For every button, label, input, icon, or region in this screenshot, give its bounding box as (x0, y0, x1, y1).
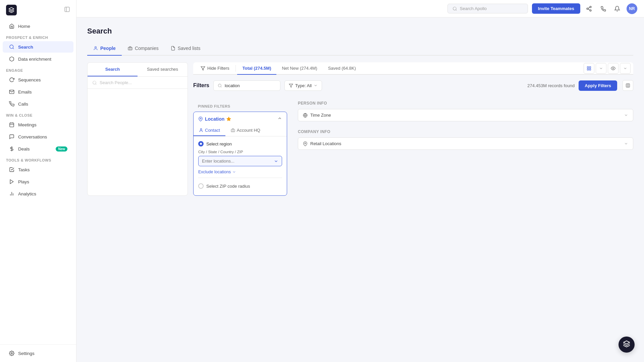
dropdown-toggle-button[interactable] (596, 63, 606, 74)
time-zone-dropdown[interactable]: Time Zone (298, 109, 633, 121)
search-people-input[interactable] (100, 80, 183, 85)
filter-sub-tab-account-hq[interactable]: Account HQ (225, 125, 266, 136)
chevron-down-icon-2 (623, 66, 627, 70)
sidebar-toggle-button[interactable] (64, 6, 70, 14)
sidebar-item-tasks[interactable]: Tasks (3, 164, 73, 175)
sidebar-item-meetings[interactable]: Meetings (3, 119, 73, 130)
sidebar-item-label: Emails (18, 89, 32, 95)
svg-line-20 (588, 7, 590, 8)
columns-toggle-button[interactable] (623, 80, 633, 91)
sidebar-item-calls[interactable]: Calls (3, 98, 73, 110)
svg-point-37 (200, 118, 201, 119)
section-label-prospect: Prospect & enrich (0, 32, 76, 41)
svg-rect-4 (10, 123, 14, 127)
sidebar-item-plays[interactable]: Plays (3, 176, 73, 187)
sidebar-logo-area (0, 0, 76, 20)
sidebar-item-emails[interactable]: Emails (3, 86, 73, 98)
tab-people[interactable]: People (87, 42, 122, 56)
city-state-label: City / State / Country / ZIP (198, 150, 282, 154)
type-chevron-icon (314, 83, 318, 87)
filter-sub-tab-contact-label: Contact (205, 128, 220, 133)
phone-icon[interactable] (598, 4, 608, 13)
people-tab-icon (93, 46, 98, 51)
tab-companies-label: Companies (135, 46, 159, 51)
panel-tab-saved-searches[interactable]: Saved searches (138, 63, 187, 76)
enter-locations-input[interactable] (202, 159, 274, 164)
svg-rect-29 (589, 69, 591, 70)
search-apollo-button[interactable]: Search Apollo (447, 4, 528, 13)
sidebar-item-sequences[interactable]: Sequences (3, 74, 73, 85)
sidebar-item-settings[interactable]: Settings (3, 348, 73, 359)
search-people-icon (92, 80, 97, 85)
invite-teammates-button[interactable]: Invite Teammates (532, 3, 580, 14)
svg-rect-27 (589, 66, 591, 68)
svg-rect-0 (65, 7, 69, 12)
zip-radius-radio[interactable] (198, 183, 204, 189)
apply-filters-button[interactable]: Apply Filters (579, 80, 617, 91)
records-count: 274.453M records found (527, 83, 575, 88)
logo-icon (6, 5, 17, 15)
main-area: Search Apollo Invite Teammates NR Search… (76, 0, 644, 362)
result-tab-saved[interactable]: Saved (64.8K) (323, 62, 361, 74)
filter-search-bar (213, 80, 280, 91)
tab-saved-lists[interactable]: Saved lists (165, 42, 207, 56)
sidebar-item-label: Deals (18, 146, 30, 152)
location-input-row (198, 156, 282, 166)
sidebar-item-conversations[interactable]: Conversations (3, 131, 73, 142)
sidebar-item-search[interactable]: Search (3, 41, 73, 53)
pinned-filters-label: Pinned Filters (193, 101, 294, 110)
collapse-icon-button[interactable] (277, 116, 282, 122)
hide-filters-button[interactable]: Hide Filters (196, 62, 234, 74)
company-info-section: Company Info Retail Locations (298, 129, 633, 153)
filter-sub-tab-contact[interactable]: Contact (194, 125, 225, 136)
result-tab-total[interactable]: Total (274.5M) (237, 62, 277, 75)
saved-lists-tab-icon (171, 46, 175, 51)
zip-radius-row: Select ZIP code radius (198, 181, 282, 191)
view-toggle-button2[interactable] (620, 63, 631, 74)
svg-line-24 (96, 83, 97, 84)
sequences-icon (9, 77, 15, 83)
sidebar-item-home[interactable]: Home (3, 20, 73, 32)
filter-card-title: Location (198, 116, 231, 122)
left-search-panel: Search Saved searches (87, 62, 188, 196)
section-label-engage: Engage (0, 65, 76, 74)
list-view-icon-button[interactable] (584, 63, 594, 74)
exclude-locations-button[interactable]: Exclude locations (198, 170, 236, 174)
section-label-win-close: Win & close (0, 110, 76, 119)
tasks-icon (9, 167, 15, 173)
data-enrichment-icon (9, 56, 15, 62)
bell-icon[interactable] (612, 4, 622, 13)
select-region-radio[interactable] (198, 141, 204, 146)
svg-rect-40 (231, 129, 235, 132)
float-apollo-button[interactable] (619, 337, 635, 353)
eye-icon (611, 66, 615, 71)
sidebar-item-deals[interactable]: Deals New (3, 143, 73, 155)
sidebar-bottom: Settings (0, 344, 76, 362)
retail-locations-dropdown[interactable]: Retail Locations (298, 137, 633, 150)
filter-search-input[interactable] (225, 83, 265, 88)
sidebar-item-data-enrichment[interactable]: Data enrichment (3, 53, 73, 65)
email-icon (9, 89, 15, 95)
filter-card-header: Location (194, 112, 287, 122)
panel-tab-search[interactable]: Search (88, 63, 138, 76)
company-info-label: Company Info (298, 129, 633, 134)
view-options-button[interactable] (608, 63, 619, 74)
svg-rect-34 (626, 84, 630, 87)
sidebar-item-label: Sequences (18, 77, 41, 82)
type-filter-dropdown[interactable]: Type: All (284, 80, 322, 91)
tab-companies[interactable]: Companies (122, 42, 165, 56)
map-pin-icon (303, 141, 308, 146)
svg-marker-9 (10, 180, 13, 184)
svg-point-21 (95, 47, 97, 48)
sidebar-item-label: Plays (18, 179, 29, 184)
plays-icon (9, 179, 15, 185)
sidebar-item-label: Search (18, 45, 33, 50)
deals-new-badge: New (56, 146, 67, 152)
sidebar-item-label: Analytics (18, 191, 36, 196)
user-avatar[interactable]: NR (627, 3, 637, 14)
result-tab-net-new[interactable]: Net New (274.4M) (276, 62, 322, 74)
result-tab-bar: Hide Filters Total (274.5M) Net New (274… (193, 62, 633, 75)
filter-columns-right: Person Info Time Zone Compan (298, 101, 633, 153)
share-icon[interactable] (584, 4, 594, 13)
sidebar-item-analytics[interactable]: Analytics (3, 188, 73, 199)
